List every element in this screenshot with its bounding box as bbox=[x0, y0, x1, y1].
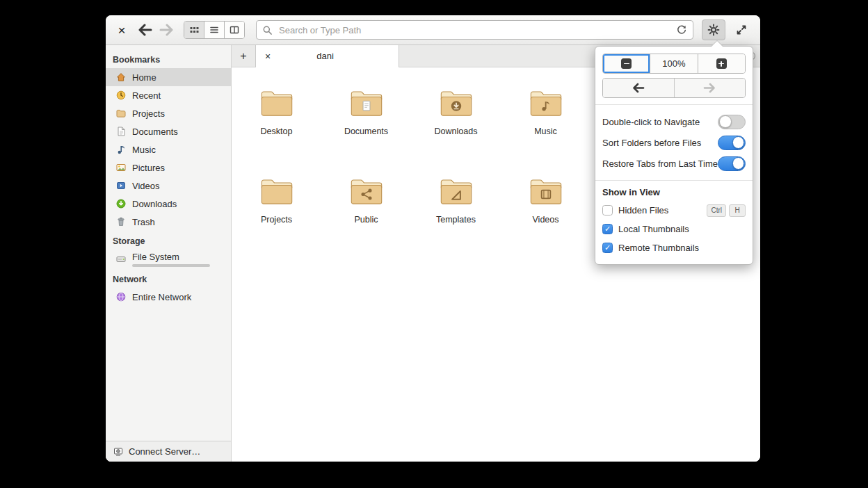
restore-tabs-toggle[interactable] bbox=[718, 156, 746, 171]
sidebar-item-label: Videos bbox=[132, 181, 160, 191]
undo-redo-control bbox=[602, 78, 746, 98]
double-click-toggle[interactable] bbox=[718, 115, 746, 129]
sidebar-item-projects[interactable]: Projects bbox=[106, 104, 231, 122]
sidebar-section-network: Network bbox=[106, 269, 231, 288]
folder-videos-icon bbox=[526, 175, 566, 208]
sidebar-item-label: Home bbox=[132, 72, 156, 83]
folder-icon bbox=[257, 175, 297, 208]
undo-button[interactable] bbox=[603, 79, 674, 97]
popover-separator bbox=[595, 104, 753, 105]
shortcut-keys: Ctrl H bbox=[707, 204, 746, 217]
refresh-icon[interactable] bbox=[676, 24, 687, 35]
sidebar-item-downloads[interactable]: Downloads bbox=[106, 195, 231, 213]
file-item-public[interactable]: Public bbox=[321, 175, 411, 225]
file-item-desktop[interactable]: Desktop bbox=[232, 87, 321, 136]
sidebar-item-trash[interactable]: Trash bbox=[106, 213, 231, 231]
tab-close-icon[interactable]: × bbox=[265, 51, 271, 61]
toggle-knob bbox=[732, 157, 745, 170]
sidebar-item-label: Music bbox=[132, 145, 156, 155]
sidebar-item-label: Pictures bbox=[132, 163, 165, 173]
sidebar-item-entire-network[interactable]: Entire Network bbox=[106, 288, 231, 306]
file-label: Music bbox=[534, 127, 557, 136]
forward-arrow-icon[interactable] bbox=[159, 24, 174, 36]
sidebar-item-label: Documents bbox=[132, 127, 178, 137]
file-manager-window: × bbox=[106, 15, 760, 462]
disk-usage-bar bbox=[132, 264, 210, 267]
sidebar-item-pictures[interactable]: Pictures bbox=[106, 158, 231, 177]
file-label: Projects bbox=[261, 215, 292, 225]
sidebar-item-music[interactable]: Music bbox=[106, 140, 231, 158]
toggle-knob bbox=[719, 115, 732, 128]
view-switcher bbox=[184, 21, 245, 39]
column-view-icon bbox=[230, 26, 239, 34]
settings-menu-button[interactable] bbox=[702, 19, 725, 40]
column-view-button[interactable] bbox=[225, 22, 244, 38]
sidebar-item-home[interactable]: Home bbox=[106, 68, 231, 86]
connect-server-button[interactable]: Connect Server… bbox=[106, 441, 231, 462]
tab-dani[interactable]: × dani bbox=[255, 45, 399, 67]
sidebar-item-recent[interactable]: Recent bbox=[106, 86, 231, 104]
music-note-icon bbox=[115, 144, 127, 155]
redo-arrow-icon bbox=[702, 83, 716, 93]
sidebar-section-storage: Storage bbox=[106, 231, 231, 250]
local-thumbnails-checkbox[interactable]: ✓ bbox=[602, 224, 613, 234]
popover-separator bbox=[595, 180, 753, 181]
sidebar-item-label: Trash bbox=[132, 217, 155, 227]
checkbox-label: Hidden Files bbox=[618, 205, 668, 215]
key-h: H bbox=[729, 204, 746, 217]
sidebar-item-label: Recent bbox=[132, 90, 161, 101]
fullscreen-button[interactable] bbox=[731, 20, 752, 40]
setting-hidden-files: Hidden Files Ctrl H bbox=[602, 201, 746, 220]
file-label: Documents bbox=[344, 127, 388, 136]
grid-view-icon bbox=[189, 26, 199, 34]
file-item-music[interactable]: Music bbox=[501, 87, 590, 136]
tab-label: dani bbox=[271, 51, 380, 61]
expand-icon bbox=[735, 24, 748, 36]
zoom-control: 100% bbox=[602, 54, 746, 74]
undo-arrow-icon bbox=[632, 83, 645, 93]
folder-icon bbox=[115, 108, 127, 119]
setting-restore-tabs: Restore Tabs from Last Time bbox=[602, 153, 746, 174]
zoom-in-icon bbox=[716, 58, 727, 69]
key-ctrl: Ctrl bbox=[707, 204, 726, 217]
sidebar-item-documents[interactable]: Documents bbox=[106, 122, 231, 140]
sidebar-item-videos[interactable]: Videos bbox=[106, 177, 231, 195]
back-arrow-icon[interactable] bbox=[138, 24, 153, 36]
file-item-downloads[interactable]: Downloads bbox=[411, 87, 501, 136]
setting-remote-thumbnails: ✓ Remote Thumbnails bbox=[602, 238, 746, 257]
folder-downloads-icon bbox=[436, 87, 476, 120]
grid-view-button[interactable] bbox=[184, 22, 204, 38]
remote-thumbnails-checkbox[interactable]: ✓ bbox=[602, 243, 613, 253]
hidden-files-checkbox[interactable] bbox=[602, 205, 613, 215]
sidebar-item-label: Downloads bbox=[132, 199, 177, 209]
network-globe-icon bbox=[115, 291, 127, 302]
zoom-level-button[interactable]: 100% bbox=[650, 54, 697, 73]
search-input[interactable] bbox=[278, 24, 671, 36]
file-item-projects[interactable]: Projects bbox=[232, 175, 321, 225]
checkbox-label: Local Thumbnails bbox=[618, 224, 689, 234]
setting-local-thumbnails: ✓ Local Thumbnails bbox=[602, 220, 746, 238]
folder-documents-icon bbox=[346, 87, 387, 120]
zoom-in-button[interactable] bbox=[698, 54, 745, 73]
list-view-button[interactable] bbox=[204, 22, 225, 38]
file-system-label-wrap: File System bbox=[132, 250, 210, 269]
header-bar: × bbox=[106, 15, 760, 45]
file-item-documents[interactable]: Documents bbox=[321, 87, 411, 136]
redo-button[interactable] bbox=[674, 79, 746, 97]
sidebar-item-file-system[interactable]: File System bbox=[106, 250, 231, 269]
toggle-knob bbox=[732, 136, 745, 149]
sort-folders-toggle[interactable] bbox=[718, 136, 746, 150]
sidebar: Bookmarks Home Recent bbox=[106, 45, 232, 462]
zoom-out-button[interactable] bbox=[603, 54, 650, 73]
download-icon bbox=[115, 198, 127, 209]
file-label: Videos bbox=[533, 215, 559, 225]
show-in-view-header: Show in View bbox=[602, 187, 746, 197]
settings-popover: 100% Double-click to Navigat bbox=[595, 46, 753, 265]
file-item-videos[interactable]: Videos bbox=[501, 175, 590, 225]
connect-server-label: Connect Server… bbox=[129, 446, 200, 457]
setting-label: Sort Folders before Files bbox=[602, 138, 701, 148]
video-icon bbox=[115, 180, 127, 191]
new-tab-button[interactable]: + bbox=[232, 45, 255, 67]
close-window-button[interactable]: × bbox=[114, 24, 129, 37]
file-item-templates[interactable]: Templates bbox=[411, 175, 501, 225]
